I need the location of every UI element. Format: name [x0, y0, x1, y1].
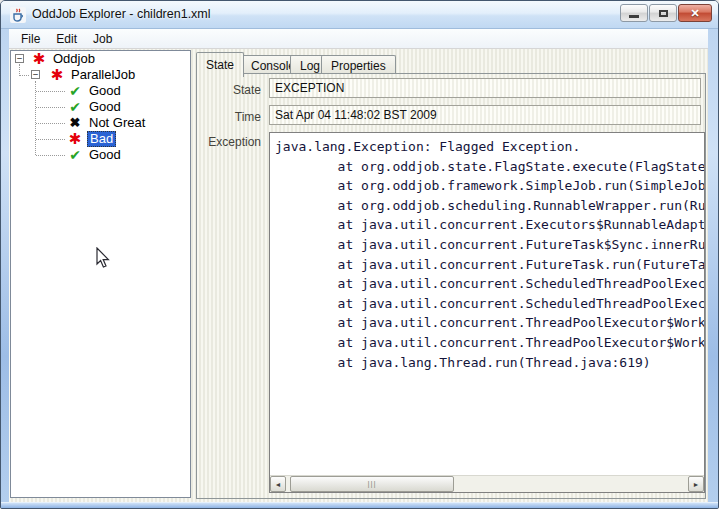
mouse-cursor-icon [96, 247, 111, 269]
maximize-button[interactable] [649, 4, 677, 22]
tree-item-label-selected[interactable]: Bad [87, 131, 116, 147]
tree-item-good-2[interactable]: ✔ Good [11, 99, 190, 115]
tree-item-good-3[interactable]: ✔ Good [11, 147, 190, 163]
exception-stack-trace: java.lang.Exception: Flagged Exception. … [270, 133, 704, 372]
tree-item-label[interactable]: Good [87, 148, 123, 162]
tree-item-label[interactable]: Good [87, 100, 123, 114]
exception-text-view[interactable]: java.lang.Exception: Flagged Exception. … [270, 133, 704, 475]
green-check-icon: ✔ [67, 99, 83, 115]
scroll-left-button[interactable]: ◄ [270, 476, 286, 492]
collapse-expander-icon[interactable]: − [15, 54, 24, 63]
tree-item-label[interactable]: Not Great [87, 116, 147, 130]
job-tree-panel: − ✱ Oddjob − ✱ ParallelJob ✔ Good ✔ Good… [10, 50, 191, 498]
close-button[interactable]: ✕ [678, 4, 712, 22]
tree-item-oddjob[interactable]: − ✱ Oddjob [11, 51, 190, 67]
tree-item-label[interactable]: Good [87, 84, 123, 98]
app-window: OddJob Explorer - children1.xml ✕ File E… [0, 0, 719, 509]
state-panel: State EXCEPTION Time Sat Apr 04 11:48:02… [196, 73, 706, 499]
exception-textarea[interactable]: java.lang.Exception: Flagged Exception. … [269, 132, 705, 493]
exception-label: Exception [201, 135, 261, 149]
minimize-icon [629, 15, 639, 18]
time-value-field[interactable]: Sat Apr 04 11:48:02 BST 2009 [269, 105, 701, 125]
tree-item-label[interactable]: Oddjob [51, 52, 97, 66]
tree-item-bad[interactable]: ✱ Bad [11, 131, 190, 147]
black-cross-icon: ✖ [67, 115, 83, 131]
menu-item-job[interactable]: Job [85, 30, 120, 48]
scroll-right-icon: ► [693, 481, 700, 488]
red-asterisk-icon: ✱ [67, 131, 83, 147]
grip-icon: ||| [367, 479, 376, 488]
close-icon: ✕ [690, 7, 699, 20]
menu-item-file[interactable]: File [13, 30, 48, 48]
workspace: − ✱ Oddjob − ✱ ParallelJob ✔ Good ✔ Good… [9, 49, 708, 502]
tree-item-paralleljob[interactable]: − ✱ ParallelJob [11, 67, 190, 83]
tree-item-not-great[interactable]: ✖ Not Great [11, 115, 190, 131]
java-cup-icon[interactable] [10, 7, 26, 23]
title-bar[interactable]: OddJob Explorer - children1.xml ✕ [1, 1, 719, 29]
menu-bar: File Edit Job [9, 29, 708, 49]
minimize-button[interactable] [620, 4, 648, 22]
state-value-field[interactable]: EXCEPTION [269, 78, 701, 98]
scrollbar-thumb[interactable]: ||| [290, 476, 454, 492]
menu-item-edit[interactable]: Edit [48, 30, 85, 48]
horizontal-scrollbar[interactable]: ◄ ||| ► [270, 475, 704, 492]
red-asterisk-icon: ✱ [31, 51, 47, 67]
scroll-right-button[interactable]: ► [688, 476, 704, 492]
collapse-expander-icon[interactable]: − [31, 70, 40, 79]
red-asterisk-icon: ✱ [49, 67, 65, 83]
scroll-left-icon: ◄ [275, 481, 282, 488]
green-check-icon: ✔ [67, 83, 83, 99]
tree-item-good-1[interactable]: ✔ Good [11, 83, 190, 99]
window-controls: ✕ [620, 4, 712, 22]
state-label: State [201, 83, 261, 97]
tree-item-label[interactable]: ParallelJob [69, 68, 137, 82]
maximize-icon [659, 10, 668, 17]
time-label: Time [201, 110, 261, 124]
tab-state[interactable]: State [196, 52, 244, 77]
window-title: OddJob Explorer - children1.xml [32, 7, 211, 21]
green-check-icon: ✔ [67, 147, 83, 163]
window-bottom-border [1, 502, 719, 509]
